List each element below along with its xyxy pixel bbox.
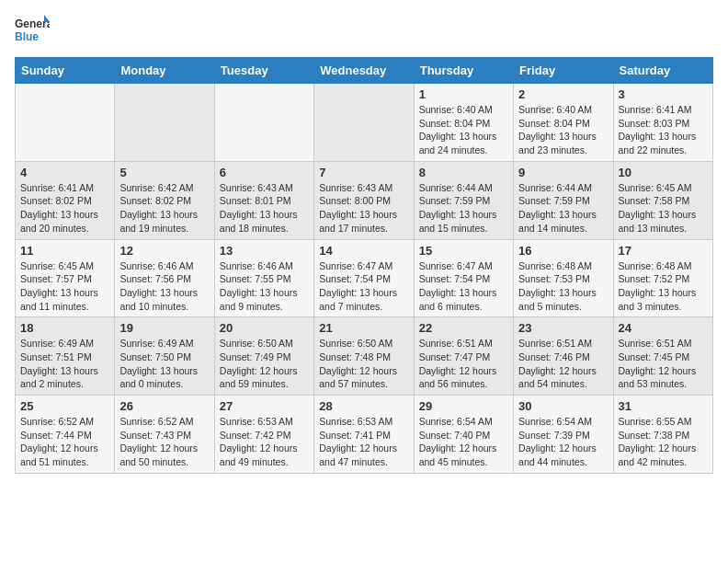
calendar-cell: 6Sunrise: 6:43 AM Sunset: 8:01 PM Daylig… (214, 161, 313, 239)
cell-content: Sunrise: 6:41 AM Sunset: 8:03 PM Dayligh… (619, 103, 708, 157)
day-number: 23 (518, 321, 608, 335)
day-number: 16 (518, 244, 608, 258)
day-number: 24 (619, 321, 708, 335)
header-wednesday: Wednesday (314, 58, 414, 84)
cell-content: Sunrise: 6:40 AM Sunset: 8:04 PM Dayligh… (518, 103, 608, 157)
day-number: 11 (20, 244, 109, 258)
cell-content: Sunrise: 6:51 AM Sunset: 7:47 PM Dayligh… (419, 337, 508, 391)
cell-content: Sunrise: 6:54 AM Sunset: 7:39 PM Dayligh… (518, 415, 608, 469)
day-number: 20 (220, 321, 309, 335)
cell-content: Sunrise: 6:52 AM Sunset: 7:44 PM Dayligh… (20, 415, 109, 469)
calendar-cell: 10Sunrise: 6:45 AM Sunset: 7:58 PM Dayli… (613, 161, 712, 239)
cell-content: Sunrise: 6:44 AM Sunset: 7:59 PM Dayligh… (518, 181, 608, 236)
cell-content: Sunrise: 6:43 AM Sunset: 8:01 PM Dayligh… (220, 181, 309, 236)
cell-content: Sunrise: 6:43 AM Sunset: 8:00 PM Dayligh… (319, 181, 408, 236)
calendar-cell: 7Sunrise: 6:43 AM Sunset: 8:00 PM Daylig… (314, 161, 414, 239)
day-number: 12 (119, 244, 209, 258)
calendar-cell: 3Sunrise: 6:41 AM Sunset: 8:03 PM Daylig… (613, 84, 712, 162)
cell-content: Sunrise: 6:52 AM Sunset: 7:43 PM Dayligh… (119, 415, 209, 469)
day-number: 15 (419, 244, 508, 258)
cell-content: Sunrise: 6:40 AM Sunset: 8:04 PM Dayligh… (419, 103, 508, 157)
cell-content: Sunrise: 6:50 AM Sunset: 7:49 PM Dayligh… (220, 337, 309, 391)
calendar-cell: 28Sunrise: 6:53 AM Sunset: 7:41 PM Dayli… (314, 396, 414, 474)
calendar-cell: 30Sunrise: 6:54 AM Sunset: 7:39 PM Dayli… (514, 396, 613, 474)
calendar-week-3: 11Sunrise: 6:45 AM Sunset: 7:57 PM Dayli… (16, 239, 713, 317)
header-thursday: Thursday (414, 58, 513, 84)
cell-content: Sunrise: 6:42 AM Sunset: 8:02 PM Dayligh… (119, 181, 209, 236)
calendar-cell: 15Sunrise: 6:47 AM Sunset: 7:54 PM Dayli… (414, 239, 513, 317)
calendar-week-4: 18Sunrise: 6:49 AM Sunset: 7:51 PM Dayli… (16, 317, 713, 396)
calendar-cell: 24Sunrise: 6:51 AM Sunset: 7:45 PM Dayli… (613, 317, 712, 396)
calendar-cell: 20Sunrise: 6:50 AM Sunset: 7:49 PM Dayli… (214, 317, 313, 396)
cell-content: Sunrise: 6:48 AM Sunset: 7:53 PM Dayligh… (518, 259, 608, 314)
day-number: 18 (20, 321, 109, 335)
calendar-cell (214, 84, 313, 162)
logo-svg: General Blue (15, 15, 50, 48)
calendar-cell: 16Sunrise: 6:48 AM Sunset: 7:53 PM Dayli… (514, 239, 613, 317)
calendar-cell: 23Sunrise: 6:51 AM Sunset: 7:46 PM Dayli… (514, 317, 613, 396)
header-monday: Monday (115, 58, 214, 84)
day-number: 31 (619, 399, 708, 413)
calendar-cell: 5Sunrise: 6:42 AM Sunset: 8:02 PM Daylig… (115, 161, 214, 239)
calendar-cell: 26Sunrise: 6:52 AM Sunset: 7:43 PM Dayli… (115, 396, 214, 474)
header-sunday: Sunday (16, 58, 115, 84)
calendar-cell: 13Sunrise: 6:46 AM Sunset: 7:55 PM Dayli… (214, 239, 313, 317)
calendar-cell: 17Sunrise: 6:48 AM Sunset: 7:52 PM Dayli… (613, 239, 712, 317)
header-row: SundayMondayTuesdayWednesdayThursdayFrid… (16, 58, 713, 84)
day-number: 30 (518, 399, 608, 413)
cell-content: Sunrise: 6:53 AM Sunset: 7:42 PM Dayligh… (220, 415, 309, 469)
day-number: 14 (319, 244, 408, 258)
day-number: 1 (419, 87, 508, 101)
calendar-cell: 2Sunrise: 6:40 AM Sunset: 8:04 PM Daylig… (514, 84, 613, 162)
day-number: 13 (220, 244, 309, 258)
calendar-cell: 14Sunrise: 6:47 AM Sunset: 7:54 PM Dayli… (314, 239, 414, 317)
calendar-week-2: 4Sunrise: 6:41 AM Sunset: 8:02 PM Daylig… (16, 161, 713, 239)
calendar-cell: 31Sunrise: 6:55 AM Sunset: 7:38 PM Dayli… (613, 396, 712, 474)
day-number: 10 (619, 166, 708, 179)
day-number: 5 (119, 166, 209, 179)
cell-content: Sunrise: 6:48 AM Sunset: 7:52 PM Dayligh… (619, 259, 708, 314)
day-number: 3 (619, 87, 708, 101)
calendar-cell: 1Sunrise: 6:40 AM Sunset: 8:04 PM Daylig… (414, 84, 513, 162)
day-number: 2 (518, 87, 608, 101)
calendar-cell: 8Sunrise: 6:44 AM Sunset: 7:59 PM Daylig… (414, 161, 513, 239)
cell-content: Sunrise: 6:50 AM Sunset: 7:48 PM Dayligh… (319, 337, 408, 391)
header-friday: Friday (514, 58, 613, 84)
calendar-week-1: 1Sunrise: 6:40 AM Sunset: 8:04 PM Daylig… (16, 84, 713, 162)
day-number: 26 (119, 399, 209, 413)
day-number: 27 (220, 399, 309, 413)
day-number: 4 (20, 166, 109, 179)
calendar-table: SundayMondayTuesdayWednesdayThursdayFrid… (15, 57, 713, 474)
cell-content: Sunrise: 6:53 AM Sunset: 7:41 PM Dayligh… (319, 415, 408, 469)
day-number: 29 (419, 399, 508, 413)
day-number: 19 (119, 321, 209, 335)
cell-content: Sunrise: 6:45 AM Sunset: 7:58 PM Dayligh… (619, 181, 708, 236)
calendar-cell: 27Sunrise: 6:53 AM Sunset: 7:42 PM Dayli… (214, 396, 313, 474)
day-number: 9 (518, 166, 608, 179)
logo[interactable]: General Blue (15, 15, 50, 48)
day-number: 7 (319, 166, 408, 179)
svg-text:Blue: Blue (15, 30, 39, 43)
calendar-cell: 29Sunrise: 6:54 AM Sunset: 7:40 PM Dayli… (414, 396, 513, 474)
calendar-cell (115, 84, 214, 162)
calendar-cell: 9Sunrise: 6:44 AM Sunset: 7:59 PM Daylig… (514, 161, 613, 239)
calendar-cell: 18Sunrise: 6:49 AM Sunset: 7:51 PM Dayli… (16, 317, 115, 396)
cell-content: Sunrise: 6:45 AM Sunset: 7:57 PM Dayligh… (20, 259, 109, 314)
cell-content: Sunrise: 6:51 AM Sunset: 7:46 PM Dayligh… (518, 337, 608, 391)
day-number: 28 (319, 399, 408, 413)
day-number: 8 (419, 166, 508, 179)
calendar-cell: 21Sunrise: 6:50 AM Sunset: 7:48 PM Dayli… (314, 317, 414, 396)
cell-content: Sunrise: 6:51 AM Sunset: 7:45 PM Dayligh… (619, 337, 708, 391)
cell-content: Sunrise: 6:49 AM Sunset: 7:50 PM Dayligh… (119, 337, 209, 391)
header-tuesday: Tuesday (214, 58, 313, 84)
day-number: 22 (419, 321, 508, 335)
header-saturday: Saturday (613, 58, 712, 84)
calendar-body: 1Sunrise: 6:40 AM Sunset: 8:04 PM Daylig… (16, 84, 713, 474)
day-number: 25 (20, 399, 109, 413)
cell-content: Sunrise: 6:41 AM Sunset: 8:02 PM Dayligh… (20, 181, 109, 236)
cell-content: Sunrise: 6:49 AM Sunset: 7:51 PM Dayligh… (20, 337, 109, 391)
day-number: 17 (619, 244, 708, 258)
calendar-cell (16, 84, 115, 162)
calendar-cell (314, 84, 414, 162)
cell-content: Sunrise: 6:47 AM Sunset: 7:54 PM Dayligh… (419, 259, 508, 314)
